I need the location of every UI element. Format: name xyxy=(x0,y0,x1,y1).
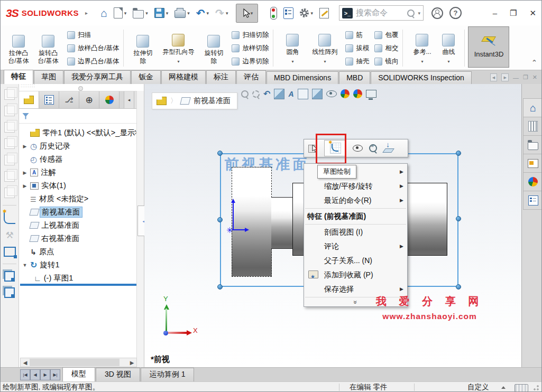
plane-handle-bottom-right[interactable] xyxy=(456,284,461,290)
boundary-cut-button[interactable]: 边界切除 xyxy=(232,55,269,67)
menu-item-recent-commands[interactable]: 最近的命令(R) ▶ xyxy=(304,193,407,208)
keyboard-icon[interactable] xyxy=(515,384,528,392)
sweep-button[interactable]: 扫描 xyxy=(67,29,119,41)
loft-cut-button[interactable]: 放样切除 xyxy=(232,42,269,54)
tab-scroll-last-button[interactable]: ▶| xyxy=(50,369,60,380)
plane-handle-mid-right[interactable] xyxy=(456,216,461,221)
pane-dock-right-icon[interactable]: ▸ xyxy=(501,73,509,81)
tree-item-history[interactable]: ▶ 历史记录 xyxy=(19,139,144,153)
revolve-cut-button[interactable]: 旋转切除 xyxy=(199,32,228,65)
resize-grip[interactable] xyxy=(534,385,539,390)
evaluate-button[interactable] xyxy=(281,5,296,21)
search-input[interactable]: 搜索命令 xyxy=(356,8,404,18)
tree-horizontal-scrollbar[interactable]: ◀ ▶ xyxy=(20,358,137,367)
intersect-button[interactable]: 相交 xyxy=(374,42,398,54)
apply-scene-button[interactable] xyxy=(353,89,362,98)
view-cube-icon[interactable] xyxy=(4,138,15,149)
status-up-arrow-icon[interactable] xyxy=(501,386,506,389)
tree-item-right-plane[interactable]: 右视基准面 xyxy=(19,232,144,245)
rib-button[interactable]: 筋 xyxy=(345,29,369,41)
revolve-boss-button[interactable]: 旋转凸台/基体 xyxy=(33,32,63,65)
zoom-to-fit-button[interactable] xyxy=(241,90,249,98)
tree-item-annotations[interactable]: ▶A 注解 xyxy=(19,166,144,179)
viewport-window-icon[interactable] xyxy=(4,247,16,257)
tree-item-front-plane[interactable]: 前视基准面 xyxy=(19,206,144,219)
customize-status-button[interactable]: 自定义 xyxy=(467,382,489,392)
rollback-bar[interactable] xyxy=(20,284,136,286)
sweep-cut-button[interactable]: 扫描切除 xyxy=(232,29,269,41)
instant3d-button[interactable]: Instant3D xyxy=(468,26,509,68)
design-library-button[interactable] xyxy=(523,117,542,136)
appearances-button[interactable] xyxy=(523,173,542,191)
tools-wrench-icon[interactable] xyxy=(5,230,13,241)
tab-property-manager[interactable] xyxy=(39,91,59,108)
scroll-right-arrow[interactable]: ▶ xyxy=(127,360,136,366)
collapse-arrow-icon[interactable]: ▼ xyxy=(22,263,27,268)
draft-button[interactable]: 拔模 xyxy=(345,42,369,54)
extrude-boss-button[interactable]: 拉伸凸台/基体 xyxy=(4,32,33,65)
panel-splitter-handle[interactable] xyxy=(19,84,144,91)
tab-3d-views[interactable]: 3D 视图 xyxy=(96,368,140,381)
reference-dropdown[interactable]: ▾ xyxy=(421,58,423,66)
section-view-button[interactable] xyxy=(274,89,284,99)
pane-close-icon[interactable]: ✕ xyxy=(532,74,537,81)
file-explorer-button[interactable] xyxy=(523,136,542,154)
undo-button[interactable] xyxy=(194,5,212,22)
options-button[interactable] xyxy=(297,6,316,20)
tab-model[interactable]: 模型 xyxy=(62,367,95,381)
search-dropdown-arrow[interactable]: ▾ xyxy=(418,11,420,16)
tree-item-solid-bodies[interactable]: ▶ 实体(1) xyxy=(19,179,144,192)
shell-button[interactable]: 抽壳 xyxy=(345,55,369,67)
hide-show-items-button[interactable] xyxy=(326,90,337,97)
plane-handle-top-right[interactable] xyxy=(456,151,461,156)
view-settings-button[interactable] xyxy=(366,90,376,98)
tab-mbd[interactable]: MBD xyxy=(339,71,370,84)
wrap-button[interactable]: 包覆 xyxy=(374,29,398,41)
tab-inspection[interactable]: SOLIDWORKS Inspection xyxy=(371,71,472,84)
model-disk-segment[interactable] xyxy=(232,167,272,277)
custom-properties-button[interactable] xyxy=(523,191,542,210)
tab-dimxpert[interactable]: ⊕ xyxy=(79,91,99,108)
select-tool-button[interactable] xyxy=(236,4,258,23)
pane-dock-left-icon[interactable]: ◂ xyxy=(490,73,498,81)
scrollbar-thumb[interactable] xyxy=(30,359,120,366)
tree-item-origin[interactable]: 原点 xyxy=(19,245,144,258)
copy-layers-icon[interactable] xyxy=(4,271,15,282)
new-sketch-icon[interactable] xyxy=(4,212,15,224)
expand-arrow-icon[interactable]: ▶ xyxy=(22,170,27,175)
zoom-to-area-button[interactable] xyxy=(252,90,260,98)
normal-to-button[interactable] xyxy=(383,144,393,153)
tab-scroll-first-button[interactable]: |◀ xyxy=(20,369,30,380)
fillet-button[interactable]: 圆角 ▾ xyxy=(278,31,307,66)
open-button[interactable] xyxy=(130,6,151,21)
hide-show-button[interactable] xyxy=(353,145,363,152)
fillet-dropdown[interactable]: ▾ xyxy=(291,58,293,66)
edit-document-button[interactable] xyxy=(317,6,332,21)
part-icon[interactable] xyxy=(157,97,167,105)
pane-restore-icon[interactable]: ❐ xyxy=(523,74,528,81)
scroll-left-arrow[interactable]: ◀ xyxy=(21,360,30,366)
tree-item-material[interactable]: 材质 <未指定> xyxy=(19,192,144,206)
new-document-button[interactable] xyxy=(111,5,130,21)
tab-scroll-prev-button[interactable]: ◀ xyxy=(30,369,40,380)
linear-pattern-dropdown[interactable]: ▾ xyxy=(324,58,326,66)
boundary-button[interactable]: 边界凸台/基体 xyxy=(67,55,119,67)
search-icon[interactable] xyxy=(407,10,415,17)
tab-evaluate[interactable]: 评估 xyxy=(236,70,266,84)
close-button[interactable]: ✕ xyxy=(523,5,542,21)
display-style-button[interactable] xyxy=(312,89,323,99)
tree-item-top-plane[interactable]: 上视基准面 xyxy=(19,219,144,232)
pane-minimize-icon[interactable]: — xyxy=(513,74,519,81)
menu-item-section-view[interactable]: 剖面视图 (I) xyxy=(304,225,407,239)
view-orientation-button[interactable] xyxy=(298,89,308,99)
mirror-button[interactable]: 镜向 xyxy=(374,55,398,67)
tab-mesh-modeling[interactable]: 网格建模 xyxy=(161,70,206,84)
help-button[interactable]: ? xyxy=(447,5,464,21)
reference-geometry-button[interactable]: 参考... ▾ xyxy=(407,31,437,66)
tree-item-sketch1[interactable]: (-) 草图1 xyxy=(19,272,144,285)
tab-feature-tree[interactable] xyxy=(19,91,39,108)
expand-arrow-icon[interactable]: ▶ xyxy=(22,144,27,149)
ribbon-collapse-chevron[interactable]: ⌃ xyxy=(531,59,537,67)
redo-button[interactable] xyxy=(213,5,231,22)
print-button[interactable] xyxy=(172,6,192,20)
